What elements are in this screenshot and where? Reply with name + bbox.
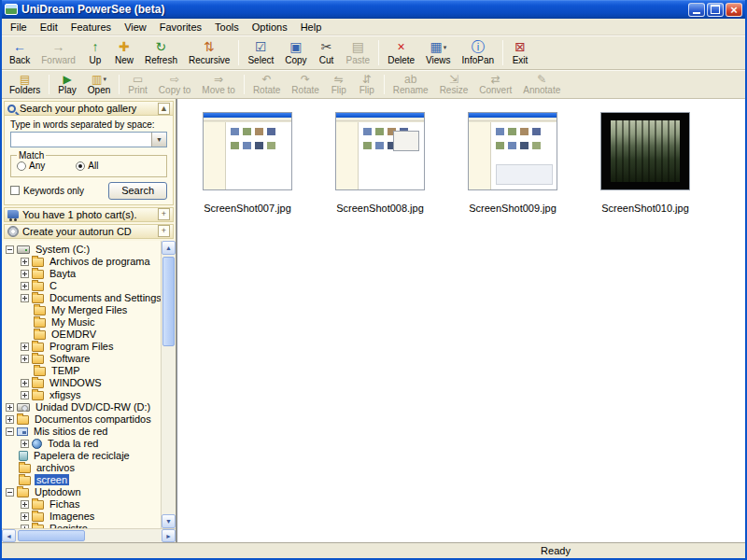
toolbar-button-flip-horizontal[interactable]: ⇋Flip [325,72,353,97]
toolbar-button-convert[interactable]: ⇄Convert [473,72,517,97]
toolbar-button-paste[interactable]: ▤Paste [341,37,376,68]
menu-item-help[interactable]: Help [294,21,329,34]
expand-plus-icon[interactable] [21,379,29,387]
scrollbar-track[interactable] [16,529,162,542]
toolbar-button-new[interactable]: ✚New [109,37,139,68]
toolbar-button-flip-vertical[interactable]: ⇵Flip [353,72,381,97]
menu-item-file[interactable]: File [4,21,34,34]
toolbar-button-select[interactable]: ☑Select [242,37,279,68]
toolbar-button-play[interactable]: ▶Play [52,72,81,97]
tree-item-uptodown[interactable]: Uptodown [4,486,159,498]
tree-item-fichas[interactable]: Fichas [4,498,159,511]
scroll-right-icon[interactable] [162,529,176,542]
toolbar-button-resize[interactable]: ⇲Resize [434,72,474,97]
match-all-radio[interactable]: All [76,161,98,171]
tree-item-archivos-de-programa[interactable]: Archivos de programa [4,256,159,268]
close-button[interactable] [726,3,742,17]
tree-item-mis-sitios-de-red[interactable]: Mis sitios de red [4,426,159,438]
expand-plus-icon[interactable] [21,282,29,290]
toolbar-button-move-to[interactable]: ⇒Move to [196,72,241,97]
tree-item-toda-la-red[interactable]: Toda la red [4,438,159,450]
expand-plus-icon[interactable] [21,270,29,278]
keywords-only-checkbox[interactable]: Keywords only [10,186,84,196]
toolbar-button-recursive[interactable]: ⇅Recursive [183,37,235,68]
tree-item-unidad-dvd-cd-rw-d[interactable]: Unidad DVD/CD-RW (D:) [4,401,159,413]
expand-plus-icon[interactable] [21,440,29,448]
toolbar-button-annotate[interactable]: ✎Annotate [517,72,566,97]
tree-item-windows[interactable]: WINDOWS [4,377,159,389]
scrollbar-track[interactable] [162,255,176,515]
tree-item-temp[interactable]: TEMP [4,365,159,377]
toolbar-button-cut[interactable]: ✂Cut [313,37,341,68]
tree-item-screen[interactable]: screen [4,474,159,486]
tree-item-my-music[interactable]: My Music [4,316,159,329]
scrollbar-thumb[interactable] [18,530,85,541]
toolbar-button-refresh[interactable]: ↻Refresh [139,37,183,68]
photo-cart-panel-header[interactable]: You have 1 photo cart(s). + [4,207,174,222]
minimize-button[interactable] [688,3,705,17]
tree-item-program-files[interactable]: Program Files [4,341,159,353]
expand-plus-icon[interactable] [6,415,14,424]
menu-item-features[interactable]: Features [64,21,118,34]
tree-item-system-c[interactable]: System (C:) [4,244,159,256]
expand-plus-icon[interactable] [21,294,29,302]
tree-item-registro[interactable]: Registro [4,523,159,529]
expand-plus-icon[interactable] [21,512,29,521]
toolbar-button-folders[interactable]: ▤Folders [4,72,46,97]
expand-icon[interactable]: + [158,225,170,237]
toolbar-button-print[interactable]: ▭Print [122,72,153,97]
tree-item-c[interactable]: C [4,280,159,292]
scrollbar-thumb[interactable] [162,257,175,346]
toolbar-button-copy[interactable]: ▣Copy [279,37,312,68]
expand-icon[interactable]: + [158,208,170,220]
tree-item-papelera-de-reciclaje[interactable]: Papelera de reciclaje [4,450,159,462]
autorun-cd-panel-header[interactable]: Create your autorun CD + [4,224,174,239]
toolbar-button-copy-to[interactable]: ⇨Copy to [153,72,196,97]
collapse-minus-icon[interactable] [6,488,14,497]
tree-item-xfigsys[interactable]: xfigsys [4,389,159,401]
scroll-down-icon[interactable] [162,514,176,528]
scroll-left-icon[interactable] [2,529,16,542]
tree-horizontal-scrollbar[interactable] [2,528,176,542]
thumbnail-screenshot009-jpg[interactable]: ScreenShot009.jpg [467,112,558,214]
toolbar-button-rename[interactable]: abRename [388,72,434,97]
thumbnail-screenshot010-jpg[interactable]: ScreenShot010.jpg [599,112,691,214]
match-any-radio[interactable]: Any [17,161,45,171]
scroll-up-icon[interactable] [162,241,176,255]
menu-item-tools[interactable]: Tools [208,21,246,34]
toolbar-button-forward[interactable]: →Forward [35,37,81,68]
combo-dropdown-icon[interactable]: ▼ [151,133,166,147]
maximize-button[interactable] [707,3,724,17]
collapse-minus-icon[interactable] [6,427,14,436]
tree-item-software[interactable]: Software [4,353,159,365]
menu-item-view[interactable]: View [118,21,153,34]
search-panel-header[interactable]: Search your photo gallery ▲ [4,101,174,116]
menu-item-options[interactable]: Options [246,21,294,34]
toolbar-button-back[interactable]: ←Back [4,37,35,68]
tree-item-documents-and-settings[interactable]: Documents and Settings [4,292,159,304]
expand-plus-icon[interactable] [21,391,29,399]
tree-item-bayta[interactable]: Bayta [4,268,159,280]
expand-plus-icon[interactable] [21,525,29,529]
tree-item-imagenes[interactable]: Imagenes [4,511,159,523]
search-input[interactable] [11,133,151,147]
expand-plus-icon[interactable] [21,258,29,266]
tree-item-my-merged-files[interactable]: My Merged Files [4,304,159,316]
collapse-minus-icon[interactable] [6,245,14,254]
tree-item-archivos[interactable]: archivos [4,462,159,474]
menu-item-favorites[interactable]: Favorites [153,21,208,34]
toolbar-button-up[interactable]: ↑Up [81,37,109,68]
expand-plus-icon[interactable] [6,403,14,412]
expand-plus-icon[interactable] [21,500,29,509]
menu-item-edit[interactable]: Edit [34,21,64,34]
toolbar-button-open[interactable]: ▥▾Open [82,72,116,97]
expand-plus-icon[interactable] [21,343,29,351]
thumbnail-screenshot007-jpg[interactable]: ScreenShot007.jpg [202,112,293,214]
toolbar-button-rotate-right[interactable]: ↷Rotate [286,72,324,97]
toolbar-button-infopan[interactable]: ⓘInfoPan [457,37,500,68]
thumbnail-screenshot008-jpg[interactable]: ScreenShot008.jpg [334,112,426,214]
search-button[interactable]: Search [108,182,167,200]
tree-item-documentos-compartidos[interactable]: Documentos compartidos [4,413,159,426]
toolbar-button-rotate-left[interactable]: ↶Rotate [247,72,286,97]
tree-vertical-scrollbar[interactable] [161,241,176,529]
